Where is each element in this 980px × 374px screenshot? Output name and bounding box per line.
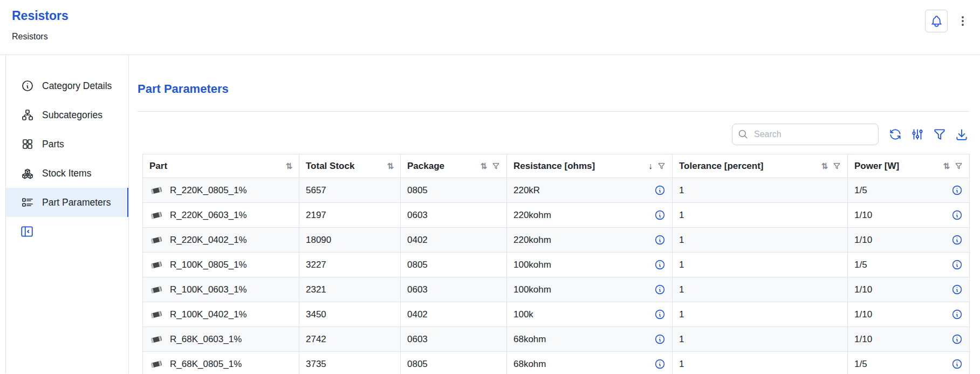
filter-icon (933, 127, 947, 141)
part-name: R_100K_0402_1% (170, 309, 247, 320)
part-thumbnail-image[interactable] (149, 183, 163, 198)
table-row[interactable]: R_100K_0805_1% 3227 0805 100kohm 1 1/5 (143, 253, 970, 277)
main-area: Category Details Subcategories Parts Sto… (5, 55, 980, 373)
column-header-resistance[interactable]: Resistance [ohms] ↓ (507, 154, 673, 178)
sitemap-icon (21, 108, 34, 121)
info-icon[interactable] (951, 284, 963, 295)
info-icon[interactable] (654, 334, 666, 345)
table-row[interactable]: R_68K_0603_1% 2742 0603 68kohm 1 1/10 (143, 327, 970, 352)
info-icon[interactable] (951, 259, 963, 270)
sort-icon[interactable]: ⇅ (387, 162, 394, 170)
column-header-total-stock[interactable]: Total Stock ⇅ (299, 154, 401, 178)
column-filter-icon[interactable] (833, 162, 841, 170)
cell-tolerance: 1 (673, 302, 848, 327)
cell-power: 1/10 (848, 228, 970, 253)
info-icon[interactable] (654, 209, 666, 221)
sidebar-item-subcategories[interactable]: Subcategories (6, 100, 128, 130)
cell-power: 1/5 (848, 178, 970, 203)
cell-part: R_100K_0805_1% (143, 253, 299, 277)
sort-icon[interactable]: ⇅ (285, 162, 292, 170)
column-header-tolerance[interactable]: Tolerance [percent] ⇅ (673, 154, 848, 178)
info-circle-icon (21, 79, 34, 92)
table-row[interactable]: R_100K_0402_1% 3450 0402 100k 1 1/10 (143, 302, 970, 327)
list-details-icon (21, 196, 34, 209)
part-thumbnail-image[interactable] (149, 208, 163, 222)
download-button[interactable] (955, 127, 969, 142)
table-row[interactable]: R_100K_0603_1% 2321 0603 100kohm 1 1/10 (143, 277, 970, 302)
cell-resistance: 100kohm (507, 253, 673, 277)
breadcrumb-item[interactable]: Resistors (12, 32, 48, 41)
cell-power: 1/5 (848, 253, 970, 277)
table-row[interactable]: R_68K_0805_1% 3735 0805 68kohm 1 1/5 (143, 352, 970, 374)
cell-tolerance: 1 (673, 178, 848, 203)
sidebar-item-parts[interactable]: Parts (6, 130, 128, 159)
search-icon (738, 129, 749, 140)
sidebar-item-label: Parts (42, 139, 64, 150)
cell-resistance: 68kohm (507, 327, 673, 352)
part-thumbnail-image[interactable] (149, 332, 163, 346)
column-label: Resistance [ohms] (513, 161, 595, 172)
notifications-button[interactable] (925, 10, 948, 32)
info-icon[interactable] (654, 259, 666, 270)
column-filter-icon[interactable] (657, 162, 666, 170)
info-icon[interactable] (951, 309, 963, 320)
part-thumbnail-image[interactable] (149, 233, 163, 247)
sidebar-item-category-details[interactable]: Category Details (6, 71, 128, 100)
table-row[interactable]: R_220K_0603_1% 2197 0603 220kohm 1 1/10 (143, 203, 970, 228)
part-thumbnail-image[interactable] (149, 357, 163, 371)
table-header-row: Part ⇅ Total Stock ⇅ Package (143, 154, 970, 178)
cell-tolerance: 1 (673, 228, 848, 253)
sort-icon[interactable]: ⇅ (943, 162, 950, 170)
column-header-package[interactable]: Package ⇅ (401, 154, 507, 178)
cell-package: 0805 (401, 253, 507, 277)
part-parameters-table: Part ⇅ Total Stock ⇅ Package (142, 154, 970, 374)
info-icon[interactable] (654, 234, 666, 246)
column-header-power[interactable]: Power [W] ⇅ (848, 154, 970, 178)
info-icon[interactable] (951, 234, 963, 246)
sidebar-item-part-parameters[interactable]: Part Parameters (6, 188, 128, 217)
sort-icon[interactable]: ⇅ (480, 162, 487, 170)
info-icon[interactable] (951, 185, 963, 196)
refresh-button[interactable] (888, 127, 903, 142)
part-thumbnail-image[interactable] (149, 283, 163, 297)
column-filter-icon[interactable] (955, 162, 963, 170)
cell-resistance: 100kohm (507, 277, 673, 302)
table-toolbar (138, 124, 969, 145)
search-input[interactable] (753, 129, 873, 140)
part-thumbnail-image[interactable] (149, 258, 163, 272)
info-icon[interactable] (951, 209, 963, 221)
cell-resistance: 220kR (507, 178, 673, 203)
breadcrumb[interactable]: Resistors (12, 32, 68, 42)
cell-tolerance: 1 (673, 327, 848, 352)
packages-icon (21, 167, 34, 180)
column-header-part[interactable]: Part ⇅ (143, 154, 299, 178)
refresh-icon (888, 127, 902, 141)
table-row[interactable]: R_220K_0402_1% 18090 0402 220kohm 1 1/10 (143, 228, 970, 253)
table-row[interactable]: R_220K_0805_1% 5657 0805 220kR 1 1/5 (143, 178, 970, 203)
column-filter-icon[interactable] (492, 162, 500, 170)
panel-title: Part Parameters (138, 82, 969, 96)
info-icon[interactable] (654, 284, 666, 295)
cell-part: R_68K_0603_1% (143, 327, 299, 352)
part-thumbnail-image[interactable] (149, 308, 163, 322)
sidebar-collapse-icon (20, 225, 34, 239)
info-icon[interactable] (951, 358, 963, 370)
page-header: Resistors Resistors (0, 0, 980, 55)
column-label: Tolerance [percent] (679, 161, 764, 172)
sidebar-item-stock-items[interactable]: Stock Items (6, 159, 128, 188)
cell-resistance: 220kohm (507, 228, 673, 253)
cell-total-stock: 3227 (299, 253, 401, 277)
sort-icon[interactable]: ⇅ (821, 162, 828, 170)
cell-tolerance: 1 (673, 203, 848, 228)
collapse-sidebar-button[interactable] (20, 225, 34, 239)
cell-resistance: 220kohm (507, 203, 673, 228)
filter-button[interactable] (933, 127, 947, 142)
sort-descending-icon[interactable]: ↓ (648, 162, 653, 171)
info-icon[interactable] (654, 358, 666, 370)
info-icon[interactable] (654, 185, 666, 196)
info-icon[interactable] (654, 309, 666, 320)
column-label: Power [W] (854, 161, 899, 172)
table-options-button[interactable] (910, 127, 925, 142)
overflow-menu-button[interactable] (956, 15, 969, 28)
info-icon[interactable] (951, 334, 963, 345)
